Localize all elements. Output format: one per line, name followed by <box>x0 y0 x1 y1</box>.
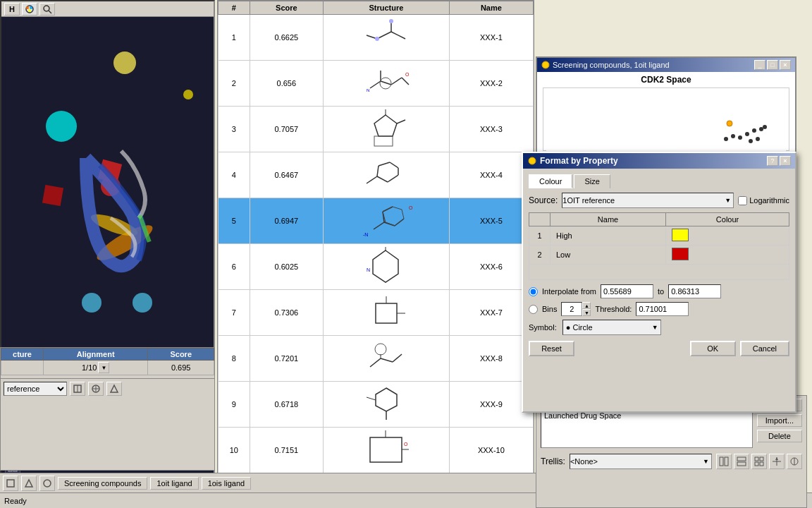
logarithmic-checkbox-label: Logarithmic <box>738 196 789 205</box>
chart-title-text: Screening compounds, 1oit ligand <box>541 61 670 69</box>
row-num: 9 <box>219 382 250 428</box>
col-structure: cture <box>1 349 44 361</box>
table-row[interactable]: 9 0.6718 XXX-9 <box>219 382 534 428</box>
table-row[interactable]: 6 0.6025 N XXX-6 <box>219 244 534 290</box>
trellis-icon-4[interactable] <box>769 454 785 469</box>
spinner-down-button[interactable]: ▼ <box>582 309 591 316</box>
row-score: 0.656 <box>250 61 323 107</box>
interpolate-to-input[interactable] <box>668 284 721 298</box>
to-label: to <box>658 287 664 296</box>
tab-size[interactable]: Size <box>574 174 610 188</box>
svg-text:-N: -N <box>363 232 368 237</box>
bins-radio[interactable] <box>529 305 538 314</box>
dialog-title: Format by Property <box>527 156 618 166</box>
table-row[interactable]: 8 0.7201 XXX-8 <box>219 336 534 382</box>
interpolate-from-input[interactable] <box>601 284 653 298</box>
svg-line-47 <box>377 176 388 182</box>
table-row[interactable]: 1 0.6625 XXX-1 <box>219 15 534 61</box>
table-row[interactable]: 3 0.7057 XXX-3 <box>219 107 534 152</box>
table-row[interactable]: 4 0.6467 XXX-4 <box>219 152 534 198</box>
chart-window-controls: _ □ × <box>754 60 791 70</box>
trellis-icon-3[interactable] <box>751 454 767 469</box>
delete-button[interactable]: Delete <box>757 430 802 442</box>
table-row-selected[interactable]: 5 0.6947 O -N <box>219 198 534 244</box>
taskbar-item-1oit[interactable]: 1oit ligand <box>150 477 198 490</box>
svg-line-35 <box>381 81 391 85</box>
reference-icon1[interactable] <box>70 382 85 396</box>
reference-icon3[interactable] <box>106 382 122 396</box>
table-row[interactable]: 10 0.7151 O XXX-10 <box>219 428 534 473</box>
trellis-select[interactable]: <None> <box>570 454 712 469</box>
logarithmic-checkbox[interactable] <box>738 196 747 205</box>
row-num: 5 <box>219 198 250 244</box>
svg-point-87 <box>759 127 763 131</box>
taskbar: Screening compounds 1oit ligand 1ois lig… <box>0 473 536 492</box>
row1-colour-swatch[interactable] <box>672 229 689 241</box>
bins-input[interactable] <box>561 302 582 316</box>
svg-line-34 <box>370 81 381 88</box>
svg-rect-98 <box>737 457 746 461</box>
toolbar-h-button[interactable]: H <box>4 3 20 16</box>
reset-button[interactable]: Reset <box>529 341 574 356</box>
dialog-close-button[interactable]: × <box>780 156 791 166</box>
reference-row: reference <box>1 378 214 399</box>
import-button[interactable]: Import... <box>757 414 802 427</box>
table-row[interactable]: 2 0.656 O N XX <box>219 61 534 107</box>
reference-dropdown[interactable]: reference <box>4 382 67 396</box>
alignment-cell: 1/10 ▼ <box>44 361 148 375</box>
svg-point-2 <box>30 6 32 9</box>
nav-down-button[interactable]: ▼ <box>98 362 109 373</box>
score-cell: 0.695 <box>148 361 214 375</box>
col-structure: Structure <box>323 1 449 15</box>
source-select[interactable]: 1OIT reference <box>562 193 734 208</box>
nav-fraction: 1/10 <box>82 363 97 372</box>
svg-point-90 <box>724 137 728 141</box>
row-num: 7 <box>219 290 250 336</box>
row-name: XXX-4 <box>449 152 533 198</box>
reference-icon2[interactable] <box>88 382 104 396</box>
row-num: 8 <box>219 336 250 382</box>
svg-point-33 <box>375 37 379 41</box>
trellis-icon-2[interactable] <box>734 454 749 469</box>
table-row[interactable]: 7 0.7306 XXX-7 <box>219 290 534 336</box>
taskbar-icon-3[interactable] <box>39 476 55 491</box>
row2-num: 2 <box>529 246 550 265</box>
col-score: Score <box>250 1 323 15</box>
symbol-select-wrapper: ● Circle ▼ <box>562 320 661 335</box>
row-score: 0.6718 <box>250 382 323 428</box>
svg-marker-106 <box>775 457 778 460</box>
toolbar-color-button[interactable] <box>22 3 37 16</box>
trellis-icon-5[interactable] <box>787 454 802 469</box>
svg-text:N: N <box>367 267 370 272</box>
symbol-select[interactable]: ● Circle <box>562 320 661 335</box>
interpolate-row: Interpolate from to <box>529 284 789 298</box>
svg-point-8 <box>46 111 77 142</box>
cancel-button[interactable]: Cancel <box>740 341 789 356</box>
interpolate-radio[interactable] <box>529 287 538 296</box>
row-structure <box>323 290 449 336</box>
taskbar-item-1ois[interactable]: 1ois ligand <box>202 477 252 490</box>
svg-line-48 <box>388 175 398 182</box>
svg-line-50 <box>379 162 390 166</box>
taskbar-item-screening[interactable]: Screening compounds <box>58 477 147 490</box>
spinner-up-button[interactable]: ▲ <box>582 302 591 309</box>
close-button[interactable]: × <box>780 60 791 70</box>
svg-point-91 <box>749 139 753 143</box>
color-row-empty <box>529 265 789 280</box>
ok-button[interactable]: OK <box>690 341 736 356</box>
taskbar-icon-2[interactable] <box>21 476 37 491</box>
taskbar-icon-1[interactable] <box>3 476 18 491</box>
threshold-input[interactable] <box>636 302 689 316</box>
svg-point-3 <box>28 9 31 12</box>
row2-colour-swatch[interactable] <box>672 248 689 260</box>
svg-rect-100 <box>755 457 758 461</box>
svg-point-94 <box>727 121 732 126</box>
chart-area[interactable] <box>543 87 789 151</box>
dialog-help-button[interactable]: ? <box>767 156 778 166</box>
tab-colour[interactable]: Colour <box>529 174 572 188</box>
ok-cancel-group: OK Cancel <box>690 341 789 356</box>
minimize-button[interactable]: _ <box>754 60 765 70</box>
trellis-icon-1[interactable] <box>716 454 732 469</box>
toolbar-magnify-button[interactable] <box>39 3 55 16</box>
maximize-button[interactable]: □ <box>767 60 778 70</box>
